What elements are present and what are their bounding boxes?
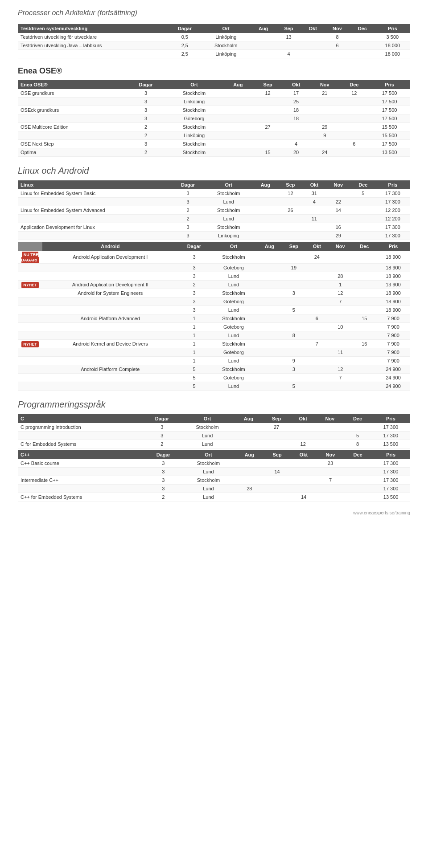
cpp-table: C++ Dagar Ort Aug Sep Okt Nov Dec Pris C… — [18, 450, 410, 501]
table-row: 3 Linköping 29 17 300 — [18, 232, 410, 240]
dagar-val: 3 — [178, 272, 210, 281]
nov-val — [316, 432, 344, 440]
nov-val: 24 — [310, 148, 340, 157]
aug-val — [235, 476, 263, 485]
ort-val: Lund — [181, 432, 235, 440]
col-dagar: Dagar — [168, 24, 202, 33]
ort-val: Göteborg — [210, 264, 257, 272]
nov-val: 16 — [326, 223, 351, 232]
table-row: Android Platform Complete 5 Stockholm 3 … — [18, 365, 410, 374]
dec-val — [344, 423, 371, 432]
okt-val: 31 — [303, 189, 326, 198]
dec-val — [344, 476, 371, 485]
dagar-val: 5 — [178, 374, 210, 382]
table-row: 3 Göteborg 19 18 900 — [18, 264, 410, 272]
okt-val — [301, 41, 325, 50]
nov-val: 9 — [310, 131, 340, 140]
table-row: Intermediate C++ 3 Stockholm 7 17 300 — [18, 476, 410, 485]
nov-val — [317, 493, 344, 501]
aug-val — [257, 340, 282, 348]
ort-val: Stockholm — [165, 140, 223, 148]
nov-val — [310, 98, 340, 106]
sep-val: 12 — [253, 89, 282, 98]
nov-val — [326, 215, 351, 223]
course-name: OSE Next Step — [18, 140, 126, 148]
dec-val — [350, 50, 375, 58]
col-pris: Pris — [371, 450, 410, 459]
dec-val — [353, 251, 377, 264]
dec-val — [351, 223, 375, 232]
pris-val: 17 300 — [375, 223, 410, 232]
ort-val: Lund — [210, 272, 257, 281]
dec-val — [353, 323, 377, 331]
sep-val: 14 — [263, 468, 291, 476]
dagar-val: 2,5 — [168, 41, 202, 50]
badge-cell — [18, 264, 42, 272]
col-pris: Pris — [376, 242, 410, 251]
col-dec: Dec — [350, 24, 375, 33]
course-name — [42, 382, 178, 391]
ort-val: Stockholm — [181, 423, 235, 432]
course-name — [18, 432, 144, 440]
aug-val — [235, 432, 263, 440]
table-row: 3 Göteborg 7 18 900 — [18, 297, 410, 306]
course-name: Testdriven utveckling Java – labbkurs — [18, 41, 168, 50]
nyhet-badge-2: NYHET — [21, 341, 39, 347]
sep-val — [282, 374, 306, 382]
pris-val: 3 500 — [375, 33, 410, 41]
col-sep: Sep — [263, 414, 290, 423]
dec-val — [353, 264, 377, 272]
table-row: Android Platform Advanced 1 Stockholm 6 … — [18, 314, 410, 323]
aug-val — [253, 232, 278, 240]
dagar-val: 3 — [178, 306, 210, 314]
badge-cell — [18, 348, 42, 357]
dagar-val: 2 — [144, 440, 180, 448]
dagar-val: 3 — [126, 140, 165, 148]
sep-val — [263, 493, 291, 501]
course-name — [42, 348, 178, 357]
col-sep: Sep — [276, 24, 301, 33]
nov-val: 10 — [328, 323, 352, 331]
ort-val: Linköping — [202, 50, 251, 58]
col-dec: Dec — [340, 80, 369, 89]
okt-val: 11 — [303, 215, 326, 223]
dagar-val: 3 — [145, 476, 181, 485]
testdriven-table: Testdriven systemutveckling Dagar Ort Au… — [18, 24, 410, 58]
dagar-val: 5 — [178, 365, 210, 374]
dec-val — [353, 306, 377, 314]
dagar-val: 3 — [172, 232, 205, 240]
nov-val — [328, 331, 352, 340]
col-okt: Okt — [301, 24, 325, 33]
nov-val: 23 — [317, 459, 344, 468]
table-row: 5 Göteborg 7 24 900 — [18, 374, 410, 382]
ort-val: Lund — [210, 281, 257, 289]
dagar-val: 3 — [178, 264, 210, 272]
dagar-val: 3 — [126, 114, 165, 123]
table-row: 3 Lund 4 22 17 300 — [18, 198, 410, 206]
okt-val: 18 — [282, 106, 310, 114]
table-row: NYHET Android Application Development II… — [18, 281, 410, 289]
nov-val — [317, 468, 344, 476]
c-table: C Dagar Ort Aug Sep Okt Nov Dec Pris C p… — [18, 414, 410, 448]
nov-val — [310, 106, 340, 114]
okt-val: 25 — [282, 98, 310, 106]
dec-val — [353, 365, 377, 374]
aug-val — [251, 41, 276, 50]
table-row: 3 Göteborg 18 17 500 — [18, 114, 410, 123]
dec-val — [353, 331, 377, 340]
badge-cell — [18, 323, 42, 331]
okt-val — [291, 476, 317, 485]
ort-val: Linköping — [202, 33, 251, 41]
nov-val: 7 — [328, 297, 352, 306]
aug-val — [257, 374, 282, 382]
dagar-val: 2 — [145, 493, 181, 501]
sep-val — [263, 476, 291, 485]
pris-val: 7 900 — [376, 357, 410, 365]
nov-val — [328, 306, 352, 314]
nyhet-badge: NYHET — [21, 282, 39, 288]
pris-val: 17 500 — [369, 106, 410, 114]
dec-val — [353, 272, 377, 281]
dec-val — [344, 485, 371, 493]
okt-val — [306, 272, 328, 281]
dec-val: 12 — [340, 89, 369, 98]
